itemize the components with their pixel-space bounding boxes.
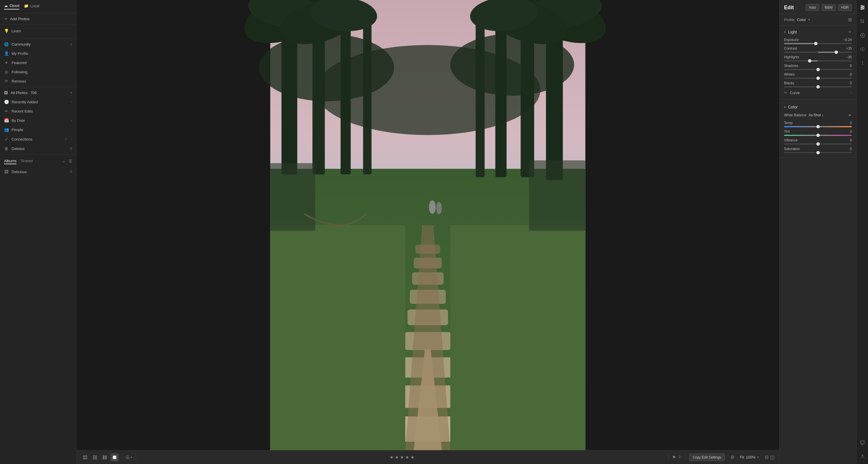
temp-label: Temp: [784, 121, 793, 125]
compare-button[interactable]: ◫: [770, 455, 775, 460]
sidebar-item-recent-edits[interactable]: ✏ Recent Edits: [0, 106, 76, 116]
shadows-slider[interactable]: [784, 69, 852, 70]
sort-icon: ☰: [126, 455, 130, 460]
zoom-chevron-icon[interactable]: ▾: [757, 455, 759, 459]
blacks-label: Blacks: [784, 81, 794, 85]
profile-icon: 👤: [4, 51, 9, 56]
fit-button[interactable]: Fit: [740, 455, 744, 459]
sidebar-item-delicious[interactable]: 🖼 Delicious 0: [0, 167, 76, 176]
split-view-button[interactable]: [101, 453, 109, 461]
svg-rect-45: [93, 457, 94, 458]
vibrance-slider[interactable]: [784, 144, 852, 145]
chat-icon[interactable]: [858, 438, 867, 447]
sidebar-item-people[interactable]: 👥 People: [0, 125, 76, 134]
svg-point-65: [862, 63, 863, 63]
color-section-header[interactable]: ▾ Color: [779, 103, 857, 112]
all-photos-header[interactable]: 🖼 All Photos 706 ▾: [0, 88, 76, 97]
divider-1: [0, 38, 76, 39]
whites-slider[interactable]: [784, 78, 852, 79]
vibrance-label: Vibrance: [784, 138, 798, 142]
edit-panel-icon[interactable]: [858, 3, 867, 12]
recent-edits-icon: ✏: [4, 109, 9, 114]
svg-rect-36: [270, 163, 315, 231]
sidebar-item-learn[interactable]: 💡 Learn: [0, 26, 76, 35]
star-1[interactable]: ★: [390, 455, 394, 460]
grid-2-button[interactable]: [81, 453, 89, 461]
sidebar-item-remixes[interactable]: ⟳ Remixes: [0, 76, 76, 86]
local-tab[interactable]: 📁 Local: [24, 4, 39, 9]
exposure-slider[interactable]: [784, 43, 852, 44]
cloud-tab[interactable]: ☁ Cloud: [4, 3, 19, 9]
light-visibility-icon[interactable]: 👁: [848, 30, 852, 34]
divider-view: [122, 454, 122, 461]
highlights-value: −35: [842, 55, 852, 59]
add-album-icon[interactable]: ＋: [62, 159, 66, 164]
sidebar-item-by-date[interactable]: 📅 By Date ‹: [0, 116, 76, 125]
white-balance-dropdown[interactable]: As Shot ▾: [809, 113, 823, 117]
filmstrip-button[interactable]: ⊟: [765, 455, 769, 460]
star-3[interactable]: ★: [400, 455, 404, 460]
svg-rect-32: [451, 225, 586, 450]
star-2[interactable]: ★: [395, 455, 399, 460]
saturation-slider[interactable]: [784, 152, 852, 153]
sidebar-item-following[interactable]: ◎ Following: [0, 67, 76, 76]
crop-icon[interactable]: [858, 17, 867, 26]
community-section-header[interactable]: 🌐 Community ▾: [0, 40, 76, 49]
svg-point-35: [436, 202, 442, 214]
sidebar-item-deleted[interactable]: 🗑 Deleted 0: [0, 144, 76, 153]
masking-icon[interactable]: [858, 44, 867, 54]
heal-icon[interactable]: [858, 31, 867, 40]
shadows-label: Shadows: [784, 64, 798, 68]
all-photos-chevron-icon: ▾: [70, 91, 72, 95]
svg-rect-49: [94, 458, 95, 459]
featured-label: Featured: [11, 61, 72, 65]
sidebar-item-my-profile[interactable]: 👤 My Profile: [0, 49, 76, 58]
tint-slider[interactable]: [784, 135, 852, 136]
left-sidebar: ☁ Cloud 📁 Local ＋ Add Photos 💡 Learn 🌐 C…: [0, 0, 76, 464]
sidebar-item-featured[interactable]: ✦ Featured: [0, 58, 76, 67]
whites-slider-row: Whites 0: [779, 71, 857, 80]
temp-slider[interactable]: [784, 126, 852, 127]
auto-button[interactable]: Auto: [806, 4, 819, 11]
bw-button[interactable]: B&W: [822, 4, 836, 11]
divider-sort: [135, 454, 136, 461]
edit-settings-gear-icon[interactable]: ⚙: [728, 453, 736, 461]
fit-zoom-control: Fit 100% ▾: [740, 455, 759, 459]
svg-rect-38: [83, 455, 85, 457]
svg-rect-39: [85, 455, 87, 457]
sort-button[interactable]: ☰ ▾: [126, 455, 132, 460]
reject-button[interactable]: ⚐: [678, 455, 682, 460]
copy-edit-settings-button[interactable]: Copy Edit Settings: [689, 454, 725, 461]
main-content: ☰ ▾ ★ ★ ★ ★ ★ ⚑ ⚐ Copy Edit Settings ⚙ F…: [76, 0, 779, 464]
hdr-button[interactable]: HDR: [838, 4, 852, 11]
highlights-slider[interactable]: [784, 60, 852, 61]
eyedropper-icon[interactable]: ✒: [848, 113, 852, 118]
single-view-button[interactable]: [111, 453, 119, 461]
person-icon[interactable]: [858, 452, 867, 461]
profile-row: Profile Color ▾ ⊞: [784, 17, 852, 23]
flag-button[interactable]: ⚑: [672, 455, 676, 460]
connections-add-icon[interactable]: ＋: [64, 136, 68, 142]
blacks-slider[interactable]: [784, 86, 852, 87]
grid-3-button[interactable]: [91, 453, 99, 461]
star-5[interactable]: ★: [410, 455, 414, 460]
contrast-slider[interactable]: [784, 52, 852, 53]
svg-point-58: [863, 7, 864, 8]
curve-row[interactable]: ✏ Curve ‹: [779, 89, 857, 97]
sidebar-item-recently-added[interactable]: 🕐 Recently Added ‹: [0, 97, 76, 106]
curve-icon: ✏: [784, 90, 787, 95]
more-options-icon[interactable]: [858, 58, 867, 67]
light-section-header[interactable]: ▾ Light 👁: [779, 29, 857, 37]
add-photos-button[interactable]: ＋ Add Photos: [0, 13, 76, 25]
svg-rect-46: [94, 457, 95, 458]
svg-point-19: [259, 34, 394, 101]
learn-icon: 💡: [4, 29, 9, 33]
profile-grid-icon[interactable]: ⊞: [848, 17, 852, 23]
sort-albums-icon[interactable]: ☰: [69, 159, 72, 164]
profile-chevron-icon[interactable]: ▾: [808, 18, 810, 22]
sidebar-item-connections[interactable]: ⤢ Connections ＋ ‹: [0, 134, 76, 144]
star-4[interactable]: ★: [405, 455, 409, 460]
add-photos-icon: ＋: [4, 16, 8, 21]
albums-tab[interactable]: Albums: [4, 159, 17, 164]
shared-tab[interactable]: Shared: [21, 159, 33, 164]
